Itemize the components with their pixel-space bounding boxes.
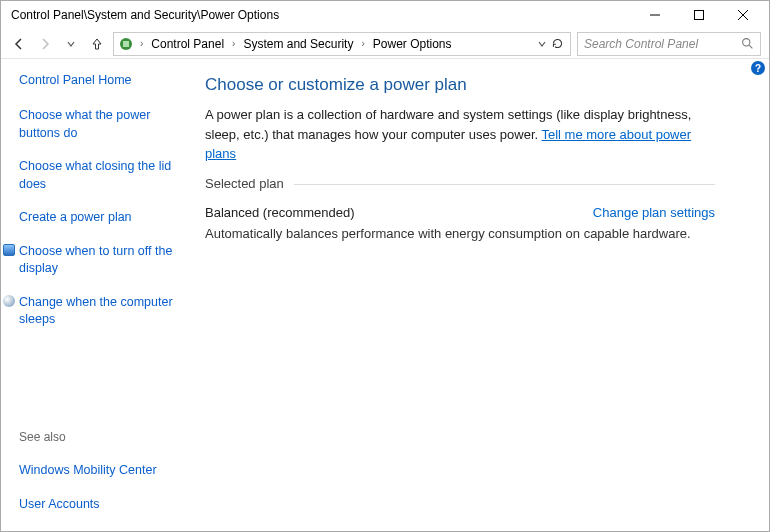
help-icon[interactable]: ? [751,61,765,75]
sidebar-item-power-buttons[interactable]: Choose what the power buttons do [19,107,185,142]
titlebar: Control Panel\System and Security\Power … [1,1,769,29]
address-bar[interactable]: › Control Panel › System and Security › … [113,32,571,56]
window-controls [633,1,765,29]
minimize-button[interactable] [633,1,677,29]
close-button[interactable] [721,1,765,29]
navbar: › Control Panel › System and Security › … [1,29,769,59]
chevron-down-icon[interactable] [537,39,547,49]
recent-dropdown[interactable] [61,34,81,54]
control-panel-home-link[interactable]: Control Panel Home [19,73,185,87]
svg-rect-1 [695,11,704,20]
selected-plan-label: Selected plan [205,176,294,191]
selected-plan-section: Selected plan [205,176,715,191]
sidebar-item-turn-off-display[interactable]: Choose when to turn off the display [19,243,185,278]
breadcrumb[interactable]: Control Panel [149,37,226,51]
svg-rect-5 [123,41,129,47]
maximize-button[interactable] [677,1,721,29]
breadcrumb[interactable]: Power Options [371,37,454,51]
chevron-right-icon: › [138,38,145,49]
up-button[interactable] [87,34,107,54]
back-button[interactable] [9,34,29,54]
window-title: Control Panel\System and Security\Power … [5,8,633,22]
moon-icon [3,295,15,307]
refresh-icon[interactable] [551,37,564,50]
control-panel-icon [118,36,134,52]
divider [294,184,715,185]
monitor-icon [3,244,15,256]
intro-text: A power plan is a collection of hardware… [205,105,715,164]
svg-line-7 [749,45,752,48]
sidebar-item-computer-sleeps[interactable]: Change when the computer sleeps [19,294,185,329]
chevron-right-icon: › [359,38,366,49]
sidebar-item-create-plan[interactable]: Create a power plan [19,209,185,227]
plan-name: Balanced (recommended) [205,205,355,220]
search-icon[interactable] [741,37,754,50]
see-also-title: See also [19,430,185,444]
plan-description: Automatically balances performance with … [205,226,715,241]
see-also-user-accounts[interactable]: User Accounts [19,496,185,514]
see-also-section: See also Windows Mobility Center User Ac… [19,418,185,519]
sidebar-item-closing-lid[interactable]: Choose what closing the lid does [19,158,185,193]
breadcrumb[interactable]: System and Security [241,37,355,51]
change-plan-settings-link[interactable]: Change plan settings [593,205,715,220]
search-box[interactable] [577,32,761,56]
svg-point-6 [743,39,750,46]
page-title: Choose or customize a power plan [205,75,715,95]
search-input[interactable] [584,37,734,51]
sidebar: Control Panel Home Choose what the power… [1,59,197,529]
forward-button[interactable] [35,34,55,54]
main-panel: Choose or customize a power plan A power… [197,59,769,529]
see-also-mobility-center[interactable]: Windows Mobility Center [19,462,185,480]
chevron-right-icon: › [230,38,237,49]
